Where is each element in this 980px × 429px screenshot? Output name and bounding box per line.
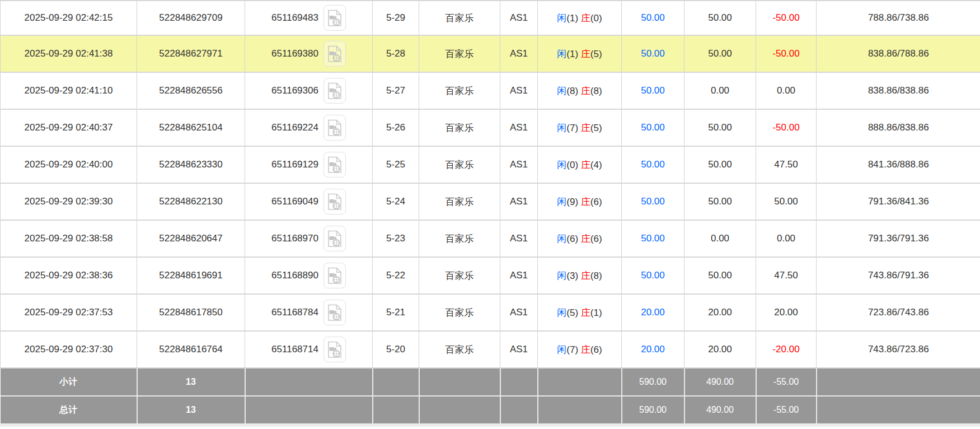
cell-valid-amount: 50.00	[684, 183, 756, 220]
empty-cell	[500, 396, 538, 424]
video-file-icon	[327, 119, 342, 137]
cell-bet-amount: 50.00	[622, 146, 684, 183]
banker-score: (8)	[590, 271, 602, 281]
total-bet: 590.00	[622, 396, 684, 424]
cell-shoe-round: 5-22	[373, 257, 419, 294]
cell-table-name: AS1	[500, 146, 538, 183]
cell-round-id: 651169129	[245, 146, 373, 183]
video-file-icon	[327, 156, 342, 174]
table-row[interactable]: 2025-09-29 02:37:30 522848616764 6511687…	[1, 331, 980, 368]
cell-balance: 743.86/723.86	[817, 331, 980, 368]
player-label: 闲	[557, 49, 566, 59]
player-label: 闲	[557, 271, 566, 281]
cell-win-loss: 0.00	[756, 72, 817, 109]
round-id-text: 651168970	[271, 233, 318, 244]
banker-label: 庄	[581, 49, 590, 59]
cell-bet-amount: 20.00	[622, 294, 684, 331]
cell-balance: 743.86/791.36	[817, 257, 980, 294]
banker-label: 庄	[581, 234, 590, 244]
cell-bet-time: 2025-09-29 02:40:37	[1, 109, 137, 146]
round-id-text: 651169129	[271, 159, 318, 170]
total-count: 13	[137, 396, 245, 424]
table-row[interactable]: 2025-09-29 02:38:36 522848619691 6511688…	[1, 257, 980, 294]
cell-bet-id: 522848620647	[137, 220, 245, 257]
table-row[interactable]: 2025-09-29 02:40:00 522848623330 6511691…	[1, 146, 980, 183]
cell-valid-amount: 50.00	[684, 109, 756, 146]
cell-valid-amount: 50.00	[684, 146, 756, 183]
banker-label: 庄	[581, 123, 590, 133]
cell-table-name: AS1	[500, 331, 538, 368]
table-row[interactable]: 2025-09-29 02:37:53 522848617850 6511687…	[1, 294, 980, 331]
cell-result: 闲(8) 庄(8)	[538, 72, 622, 109]
player-score: (3)	[566, 271, 581, 281]
cell-win-loss: 50.00	[756, 183, 817, 220]
cell-table-name: AS1	[500, 35, 538, 72]
cell-bet-time: 2025-09-29 02:39:30	[1, 183, 137, 220]
cell-balance: 888.86/838.86	[817, 109, 980, 146]
video-replay-button[interactable]	[323, 263, 346, 288]
cell-balance: 791.36/791.36	[817, 220, 980, 257]
cell-shoe-round: 5-26	[373, 109, 419, 146]
cell-table-name: AS1	[500, 183, 538, 220]
cell-bet-time: 2025-09-29 02:37:30	[1, 331, 137, 368]
cell-round-id: 651169483	[245, 1, 373, 35]
cell-valid-amount: 20.00	[684, 331, 756, 368]
video-replay-button[interactable]	[323, 78, 346, 104]
cell-table-name: AS1	[500, 72, 538, 109]
cell-table-name: AS1	[500, 257, 538, 294]
cell-game-type: 百家乐	[419, 35, 500, 72]
cell-shoe-round: 5-23	[373, 220, 419, 257]
cell-result: 闲(3) 庄(8)	[538, 257, 622, 294]
cell-bet-id: 522848623330	[137, 146, 245, 183]
cell-bet-id: 522848626556	[137, 72, 245, 109]
subtotal-count: 13	[137, 368, 245, 396]
table-row[interactable]: 2025-09-29 02:40:37 522848625104 6511692…	[1, 109, 980, 146]
cell-balance: 838.86/838.86	[817, 72, 980, 109]
banker-label: 庄	[581, 86, 590, 96]
cell-bet-id: 522848616764	[137, 331, 245, 368]
player-label: 闲	[557, 86, 566, 96]
cell-game-type: 百家乐	[419, 331, 500, 368]
banker-label: 庄	[581, 13, 590, 24]
cell-valid-amount: 0.00	[684, 220, 756, 257]
total-row: 总计 13 590.00 490.00 -55.00	[1, 396, 980, 424]
subtotal-bet: 590.00	[622, 368, 684, 396]
video-file-icon	[327, 267, 342, 285]
table-row[interactable]: 2025-09-29 02:41:10 522848626556 6511693…	[1, 72, 980, 109]
cell-bet-amount: 50.00	[622, 35, 684, 72]
cell-balance: 838.86/788.86	[817, 35, 980, 72]
bet-history-table: 2025-09-29 02:42:15 522848629709 6511694…	[0, 0, 980, 425]
cell-result: 闲(6) 庄(6)	[538, 220, 622, 257]
video-replay-button[interactable]	[323, 41, 346, 67]
empty-cell	[419, 368, 500, 396]
video-replay-button[interactable]	[323, 189, 346, 214]
video-replay-button[interactable]	[323, 226, 346, 251]
banker-label: 庄	[581, 271, 590, 281]
cell-shoe-round: 5-20	[373, 331, 419, 368]
cell-bet-time: 2025-09-29 02:37:53	[1, 294, 137, 331]
total-label: 总计	[1, 396, 137, 424]
banker-score: (6)	[590, 234, 602, 244]
cell-round-id: 651169380	[245, 35, 373, 72]
round-id-text: 651169224	[271, 122, 318, 133]
player-score: (1)	[566, 13, 581, 24]
video-replay-button[interactable]	[323, 5, 346, 31]
player-score: (1)	[566, 49, 581, 59]
empty-cell	[538, 368, 622, 396]
player-score: (7)	[566, 344, 581, 355]
table-row[interactable]: 2025-09-29 02:38:58 522848620647 6511689…	[1, 220, 980, 257]
video-replay-button[interactable]	[323, 152, 346, 178]
cell-win-loss: 47.50	[756, 257, 817, 294]
cell-round-id: 651168890	[245, 257, 373, 294]
table-row[interactable]: 2025-09-29 02:41:38 522848627971 6511693…	[1, 35, 980, 72]
video-replay-button[interactable]	[323, 115, 346, 141]
player-label: 闲	[557, 344, 566, 355]
table-row[interactable]: 2025-09-29 02:42:15 522848629709 6511694…	[1, 1, 980, 35]
table-row[interactable]: 2025-09-29 02:39:30 522848622130 6511690…	[1, 183, 980, 220]
video-replay-button[interactable]	[323, 337, 346, 362]
empty-cell	[245, 396, 373, 424]
empty-cell	[419, 396, 500, 424]
banker-label: 庄	[581, 344, 590, 355]
cell-bet-amount: 50.00	[622, 72, 684, 109]
video-replay-button[interactable]	[323, 300, 346, 325]
